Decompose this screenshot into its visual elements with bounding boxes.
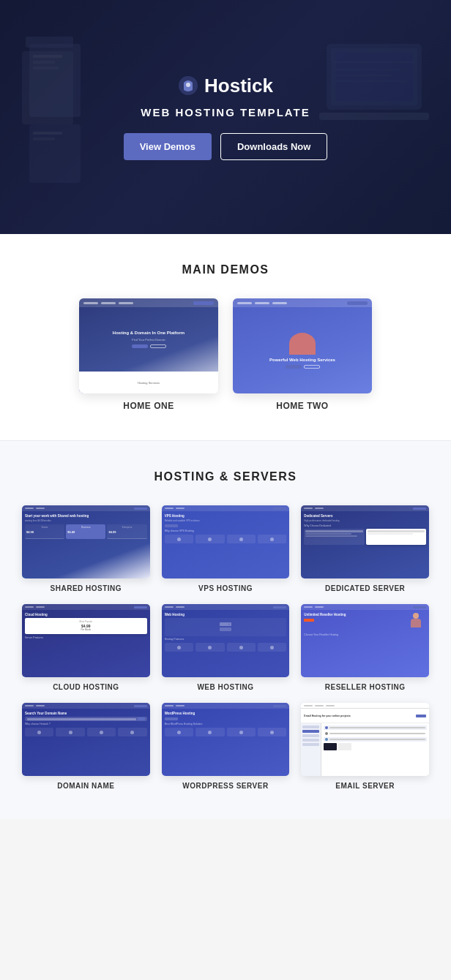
- hosting-label-wordpress: WORDPRESS SERVER: [182, 782, 268, 790]
- feature-icon: [239, 538, 243, 541]
- hero-buttons: View Demos Downloads Now: [124, 133, 328, 160]
- demo-label-home-two: HOME TWO: [276, 401, 328, 411]
- email-avatar: [325, 732, 328, 735]
- person-figure: [289, 333, 316, 355]
- mini-nav-dot: [165, 508, 174, 509]
- nav-dot: [255, 302, 269, 304]
- hosting-card-email[interactable]: Email Hosting for your online projects: [301, 703, 429, 790]
- thumb-bottom-label: Hosting Services: [138, 381, 160, 385]
- nav-dot: [119, 302, 133, 304]
- feature-icon: [177, 731, 181, 734]
- nav-dot: [237, 302, 252, 304]
- mini-feature: [227, 728, 256, 736]
- mini-feature: [87, 728, 116, 736]
- demo-card-home-two[interactable]: Powerful Web Hosting Services HOME TWO: [233, 298, 372, 411]
- hosting-card-dedicated[interactable]: Dedicated Servers High performance dedic…: [301, 505, 429, 592]
- main-demos-title: MAIN DEMOS: [22, 263, 429, 276]
- demo-thumbnail-home-two[interactable]: Powerful Web Hosting Services: [233, 298, 372, 393]
- hosting-card-wordpress[interactable]: WordPress Hosting Best WordPress Hosting…: [162, 703, 290, 790]
- mini-btn: [165, 524, 178, 527]
- feature-icon: [130, 731, 134, 734]
- mini-nav-btn: [273, 705, 286, 707]
- feature-icon: [239, 646, 243, 649]
- hosting-label-dedicated: DEDICATED SERVER: [325, 584, 405, 592]
- email-avatar: [325, 738, 328, 741]
- mini-feature: [258, 643, 286, 652]
- hosting-label-email: EMAIL SERVER: [335, 782, 395, 790]
- hosting-label-reseller: RESELLER HOSTING: [325, 683, 406, 691]
- mini-sub: Reliable and scalable VPS solutions: [165, 519, 287, 522]
- demo-label-home-one: HOME ONE: [123, 401, 174, 411]
- downloads-now-button[interactable]: Downloads Now: [220, 133, 327, 160]
- hosting-card-reseller[interactable]: Unlimited Reseller Hosting Choose Your R…: [301, 604, 429, 691]
- mini-nav-dot: [304, 508, 313, 509]
- hosting-label-cloud: CLOUD HOSTING: [53, 683, 119, 691]
- hosting-thumb-dedicated[interactable]: Dedicated Servers High performance dedic…: [301, 505, 429, 578]
- email-nav-dot: [304, 705, 313, 706]
- thumb-btn: [286, 365, 302, 369]
- mini-sub: starting from $4.00/months: [25, 519, 147, 522]
- mini-nav-dot: [36, 508, 45, 509]
- svg-rect-3: [33, 55, 62, 58]
- hosting-thumb-shared[interactable]: Start your work with Shared web hosting …: [22, 505, 150, 578]
- mini-nav-dot: [304, 606, 313, 608]
- hosting-card-cloud[interactable]: Cloud Hosting Most Popular $4.99 Per Mon…: [22, 604, 150, 691]
- feature-icon: [208, 646, 212, 649]
- nav-btn: [347, 301, 368, 305]
- hosting-thumb-vps[interactable]: VPS Hosting Reliable and scalable VPS so…: [162, 505, 290, 578]
- mini-card-active: Business $6.49: [66, 524, 105, 539]
- mini-nav-dot: [176, 508, 184, 509]
- hero-logo: Hostick: [124, 75, 328, 97]
- mini-feature: [195, 728, 224, 736]
- hosting-thumb-wordpress[interactable]: WordPress Hosting Best WordPress Hosting…: [162, 703, 290, 776]
- mini-feature: [25, 728, 53, 736]
- feature-icon: [177, 538, 181, 541]
- hosting-card-vps[interactable]: VPS Hosting Reliable and scalable VPS so…: [162, 505, 290, 592]
- hosting-thumb-cloud[interactable]: Cloud Hosting Most Popular $4.99 Per Mon…: [22, 604, 150, 677]
- demo-thumbnail-home-one[interactable]: Hosting & Domain In One Platform Find Yo…: [79, 298, 218, 393]
- mini-btn: [165, 717, 178, 720]
- feature-icon: [270, 538, 274, 541]
- thumb-text: Powerful Web Hosting Services: [269, 358, 335, 362]
- mini-nav-dot: [165, 705, 174, 706]
- thumb-text: Hosting & Domain In One Platform: [113, 331, 184, 335]
- main-demos-grid: Hosting & Domain In One Platform Find Yo…: [22, 298, 429, 411]
- hosting-thumb-web[interactable]: Web Hosting Hosting Features: [162, 604, 290, 677]
- email-line: [329, 739, 425, 740]
- svg-rect-12: [319, 113, 429, 120]
- feature-icon: [270, 646, 274, 649]
- mini-nav-dot: [36, 606, 45, 608]
- mini-title: Cloud Hosting: [25, 613, 147, 617]
- demo-card-home-one[interactable]: Hosting & Domain In One Platform Find Yo…: [79, 298, 218, 411]
- hosting-card-web[interactable]: Web Hosting Hosting Features: [162, 604, 290, 691]
- hosting-card-shared[interactable]: Start your work with Shared web hosting …: [22, 505, 150, 592]
- hosting-thumb-domain[interactable]: Search Your Domain Name Why choose Hosti…: [22, 703, 150, 776]
- hero-section: Hostick WEB HOSTING TEMPLATE View Demos …: [0, 0, 451, 234]
- hosting-servers-section: HOSTING & SERVERS Start your work with S…: [0, 441, 451, 819]
- hostick-logo-icon: [178, 75, 198, 96]
- view-demos-button[interactable]: View Demos: [124, 133, 212, 160]
- mini-nav-dot: [36, 705, 45, 706]
- sidebar-item: [302, 739, 319, 742]
- hosting-card-domain[interactable]: Search Your Domain Name Why choose Hosti…: [22, 703, 150, 790]
- mini-feature: [118, 728, 146, 736]
- mini-nav-btn: [273, 606, 286, 608]
- svg-point-18: [186, 83, 190, 87]
- hero-subtitle: WEB HOSTING TEMPLATE: [124, 106, 328, 118]
- sidebar-item: [302, 734, 319, 737]
- email-nav-dot: [315, 705, 324, 706]
- hosting-thumb-email[interactable]: Email Hosting for your online projects: [301, 703, 429, 776]
- hosting-thumb-reseller[interactable]: Unlimited Reseller Hosting Choose Your R…: [301, 604, 429, 677]
- mini-title: Unlimited Reseller Hosting: [304, 613, 403, 617]
- feature-icon: [177, 646, 181, 649]
- sidebar-item: [302, 730, 319, 733]
- mini-feature: [258, 535, 286, 543]
- svg-rect-11: [335, 53, 413, 101]
- feature-icon: [69, 731, 72, 734]
- email-avatar: [325, 726, 328, 729]
- feature-icon: [208, 538, 212, 541]
- mini-nav-dot: [165, 606, 174, 608]
- svg-rect-4: [33, 61, 55, 64]
- thumb-btn-outline: [304, 365, 320, 369]
- mini-feature: [165, 535, 193, 543]
